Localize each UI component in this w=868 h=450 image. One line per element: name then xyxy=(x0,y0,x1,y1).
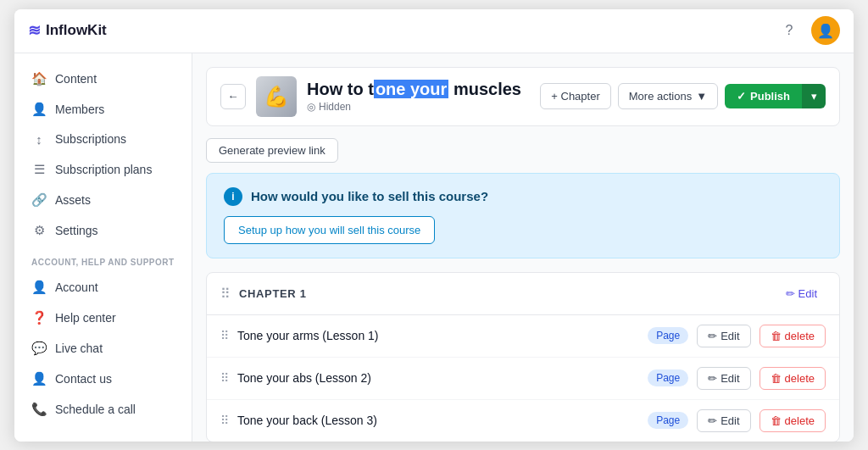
sidebar-item-live-chat[interactable]: 💬Live chat xyxy=(14,333,192,364)
lessons-list: ⠿ Tone your arms (Lesson 1) Page ✏ Edit … xyxy=(207,315,839,442)
subscription-plans-label: Subscription plans xyxy=(55,163,152,176)
lesson-type-badge: Page xyxy=(648,412,688,429)
lesson-type-badge: Page xyxy=(648,369,688,386)
sell-banner: i How would you like to sell this course… xyxy=(206,173,840,258)
sidebar-item-settings[interactable]: ⚙Settings xyxy=(14,215,192,246)
assets-label: Assets xyxy=(55,193,91,207)
sidebar-item-assets[interactable]: 🔗Assets xyxy=(14,185,192,215)
subscription-plans-icon: ☰ xyxy=(31,162,47,177)
help-button[interactable]: ? xyxy=(776,17,803,44)
schedule-call-label: Schedule a call xyxy=(55,403,136,416)
lesson-name: Tone your abs (Lesson 2) xyxy=(237,371,639,385)
members-label: Members xyxy=(55,103,104,116)
sidebar-item-help-center[interactable]: ❓Help center xyxy=(14,303,192,333)
live-chat-icon: 💬 xyxy=(31,341,47,356)
publish-dropdown-button[interactable]: ▾ xyxy=(802,84,826,108)
lesson-delete-button[interactable]: 🗑 delete xyxy=(760,325,826,347)
lesson-drag-handle[interactable]: ⠿ xyxy=(220,371,229,385)
info-icon: i xyxy=(224,187,242,206)
chapter-header: ⠿ Chapter 1 ✏ Edit xyxy=(207,273,839,315)
sidebar-item-members[interactable]: 👤Members xyxy=(14,94,192,125)
title-prefix: How to t xyxy=(307,80,374,98)
schedule-call-icon: 📞 xyxy=(31,402,47,417)
sidebar-item-account[interactable]: 👤Account xyxy=(14,272,192,303)
logo: ≋ InflowKit xyxy=(28,21,107,40)
more-actions-dropdown-icon: ▼ xyxy=(696,90,707,103)
course-header: ← 💪 How to tone your muscles ◎ Hidden + … xyxy=(206,67,840,126)
edit-label: Edit xyxy=(721,414,739,427)
publish-check-icon: ✓ xyxy=(737,90,746,103)
avatar-button[interactable]: 👤 xyxy=(811,16,840,45)
lesson-edit-button[interactable]: ✏ Edit xyxy=(697,409,750,432)
edit-icon: ✏ xyxy=(708,330,717,342)
topbar-actions: ? 👤 xyxy=(776,16,840,45)
delete-label: delete xyxy=(785,330,815,342)
delete-label: delete xyxy=(785,372,815,385)
logo-icon: ≋ xyxy=(28,21,41,40)
lesson-delete-button[interactable]: 🗑 delete xyxy=(760,409,826,432)
edit-label: Edit xyxy=(721,372,739,385)
course-thumbnail: 💪 xyxy=(256,76,297,117)
edit-label: Edit xyxy=(721,330,739,342)
contact-us-icon: 👤 xyxy=(31,371,47,386)
publish-label: Publish xyxy=(750,90,790,103)
sidebar-item-subscriptions[interactable]: ↕Subscriptions xyxy=(14,125,192,154)
lesson-type-badge: Page xyxy=(648,327,688,344)
sidebar-item-contact-us[interactable]: 👤Contact us xyxy=(14,364,192,394)
lesson-edit-button[interactable]: ✏ Edit xyxy=(697,367,750,390)
lesson-row: ⠿ Tone your back (Lesson 3) Page ✏ Edit … xyxy=(207,400,839,442)
publish-button-group: ✓ Publish ▾ xyxy=(725,84,826,108)
lesson-delete-button[interactable]: 🗑 delete xyxy=(760,367,826,390)
course-title: How to tone your muscles xyxy=(307,80,530,99)
publish-button[interactable]: ✓ Publish xyxy=(725,84,802,108)
more-actions-button[interactable]: More actions ▼ xyxy=(618,83,718,109)
content-area: ← 💪 How to tone your muscles ◎ Hidden + … xyxy=(192,53,854,442)
chapter-label: Chapter 1 xyxy=(239,287,307,300)
delete-label: delete xyxy=(785,414,815,427)
course-title-area: How to tone your muscles ◎ Hidden xyxy=(307,80,530,113)
sidebar: 🏠Content👤Members↕Subscriptions☰Subscript… xyxy=(14,53,192,442)
lesson-drag-handle[interactable]: ⠿ xyxy=(220,414,229,427)
delete-icon: 🗑 xyxy=(771,330,782,342)
app-name: InflowKit xyxy=(46,22,107,39)
preview-section: Generate preview link xyxy=(206,138,840,173)
help-center-icon: ❓ xyxy=(31,310,47,325)
help-center-label: Help center xyxy=(55,311,116,325)
more-actions-label: More actions xyxy=(629,90,692,103)
content-label: Content xyxy=(55,72,97,86)
assets-icon: 🔗 xyxy=(31,192,47,208)
edit-icon: ✏ xyxy=(708,372,717,385)
content-icon: 🏠 xyxy=(31,71,47,86)
settings-label: Settings xyxy=(55,224,98,237)
lesson-row: ⠿ Tone your arms (Lesson 1) Page ✏ Edit … xyxy=(207,315,839,358)
live-chat-label: Live chat xyxy=(55,342,103,355)
chapter-section: ⠿ Chapter 1 ✏ Edit ⠿ Tone your arms (Les… xyxy=(206,272,840,442)
chapter-edit-icon: ✏ xyxy=(786,287,795,300)
back-button[interactable]: ← xyxy=(220,84,246,109)
generate-preview-link-button[interactable]: Generate preview link xyxy=(206,138,338,163)
members-icon: 👤 xyxy=(31,102,47,117)
delete-icon: 🗑 xyxy=(771,414,782,427)
account-icon: 👤 xyxy=(31,280,47,295)
sidebar-item-subscription-plans[interactable]: ☰Subscription plans xyxy=(14,154,192,185)
add-chapter-button[interactable]: + Chapter xyxy=(540,83,610,109)
sell-banner-text: How would you like to sell this course? xyxy=(251,189,488,203)
lesson-edit-button[interactable]: ✏ Edit xyxy=(697,325,750,347)
title-highlight: one your xyxy=(374,80,448,98)
header-actions: + Chapter More actions ▼ ✓ Publish ▾ xyxy=(540,83,826,109)
course-status: ◎ Hidden xyxy=(307,101,530,113)
delete-icon: 🗑 xyxy=(771,372,782,385)
sell-banner-title: i How would you like to sell this course… xyxy=(224,187,822,206)
chapter-edit-button[interactable]: ✏ Edit xyxy=(777,283,826,304)
subscriptions-label: Subscriptions xyxy=(55,132,126,146)
lesson-name: Tone your arms (Lesson 1) xyxy=(237,329,639,342)
lesson-drag-handle[interactable]: ⠿ xyxy=(220,329,229,342)
sidebar-item-schedule-call[interactable]: 📞Schedule a call xyxy=(14,394,192,425)
support-section-title: ACCOUNT, HELP AND SUPPORT xyxy=(14,246,192,272)
lesson-row: ⠿ Tone your abs (Lesson 2) Page ✏ Edit 🗑… xyxy=(207,358,839,400)
subscriptions-icon: ↕ xyxy=(31,132,47,147)
sidebar-item-content[interactable]: 🏠Content xyxy=(14,64,192,94)
settings-icon: ⚙ xyxy=(31,223,47,238)
setup-sell-button[interactable]: Setup up how you will sell this course xyxy=(224,216,435,244)
status-dot: ◎ xyxy=(307,101,315,113)
